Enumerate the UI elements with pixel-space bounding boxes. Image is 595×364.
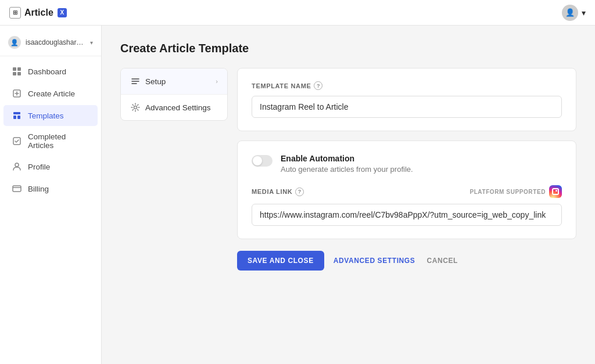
sidebar-avatar: 👤 [8,36,21,49]
sidebar-label-profile: Profile [28,163,50,171]
sub-nav-item-setup[interactable]: Setup › [121,69,227,95]
automation-card: Enable Automation Auto generate articles… [237,140,576,239]
svg-rect-10 [13,186,21,192]
panels: Setup › Advanced Settings [120,68,576,271]
svg-rect-3 [17,72,21,75]
ig-dot [555,190,557,192]
cancel-button[interactable]: CANCEL [424,251,460,271]
user-menu-button[interactable]: 👤 ▾ [562,5,586,21]
ig-inner [552,188,559,195]
sidebar-item-billing[interactable]: Billing [3,178,98,199]
platform-supported-label: PLATFORM SUPPORTED [469,185,562,198]
sidebar-item-create-article[interactable]: Create Article [3,83,98,104]
sidebar-item-dashboard[interactable]: Dashboard [3,61,98,82]
sub-nav-advanced-left: Advanced Settings [130,102,211,113]
sidebar-label-completed-articles: Completed Articles [28,132,89,150]
templates-icon [12,110,22,121]
media-link-label: MEDIA LINK ? [252,188,304,196]
layout: 👤 isaacdouglasharmon... ▾ Dashboard Crea… [0,26,595,364]
sidebar-user-menu[interactable]: 👤 isaacdouglasharmon... ▾ [0,31,101,56]
svg-rect-5 [13,112,20,114]
template-name-help-icon[interactable]: ? [314,81,322,90]
automation-text: Enable Automation Auto generate articles… [281,154,413,174]
sub-nav-setup-left: Setup [130,76,166,87]
toggle-knob [253,156,262,165]
sidebar-item-profile[interactable]: Profile [3,156,98,177]
form-actions: SAVE AND CLOSE ADVANCED SETTINGS CANCEL [237,251,576,271]
svg-rect-2 [13,72,16,75]
automation-desc: Auto generate articles from your profile… [281,165,413,174]
sidebar-user-name: isaacdouglasharmon... [26,38,85,46]
sub-nav: Setup › Advanced Settings [120,68,228,121]
profile-icon [12,161,22,172]
user-avatar: 👤 [562,5,578,21]
create-article-icon [12,88,22,99]
media-link-input[interactable] [252,204,562,226]
sub-nav-item-advanced-settings[interactable]: Advanced Settings [121,95,227,120]
media-link-header: MEDIA LINK ? PLATFORM SUPPORTED [252,185,562,198]
page-title: Create Article Template [120,42,576,55]
sidebar-item-templates[interactable]: Templates [3,105,98,126]
user-chevron-icon: ▾ [582,8,586,17]
logo-x-badge: X [58,8,67,17]
billing-icon [12,183,22,194]
media-link-help-icon[interactable]: ? [295,188,304,196]
template-name-input[interactable] [252,96,562,118]
sidebar: 👤 isaacdouglasharmon... ▾ Dashboard Crea… [0,26,102,364]
sidebar-item-completed-articles[interactable]: Completed Articles [3,127,98,155]
automation-title: Enable Automation [281,154,413,163]
sidebar-label-billing: Billing [28,185,49,193]
svg-point-9 [15,163,19,167]
setup-chevron-icon: › [216,78,218,85]
logo-text: Article [24,8,53,18]
advanced-settings-button[interactable]: ADVANCED SETTINGS [331,251,418,271]
instagram-icon [549,185,562,198]
template-name-card: TEMPLATE NAME ? [237,68,576,131]
template-name-label: TEMPLATE NAME ? [252,81,562,90]
sidebar-label-create-article: Create Article [28,89,75,98]
topbar: ⊞ Article X 👤 ▾ [0,0,595,26]
sidebar-chevron-icon: ▾ [90,39,93,46]
sidebar-label-dashboard: Dashboard [28,67,66,76]
completed-articles-icon [12,136,22,146]
sub-nav-setup-label: Setup [145,77,166,86]
sub-nav-advanced-label: Advanced Settings [145,103,211,112]
app-logo: ⊞ Article X [9,7,67,19]
automation-row: Enable Automation Auto generate articles… [252,154,562,174]
svg-rect-7 [17,116,20,119]
setup-icon [130,76,141,87]
svg-rect-6 [13,116,16,119]
form-panel: TEMPLATE NAME ? Enable Automation [237,68,576,271]
sidebar-label-templates: Templates [28,111,64,120]
grid-icon: ⊞ [9,7,21,19]
svg-rect-0 [13,67,16,71]
advanced-settings-icon [130,102,141,113]
svg-rect-1 [17,67,21,71]
svg-point-11 [134,106,137,109]
page-content: Create Article Template Setup › [102,26,595,287]
automation-toggle[interactable] [252,155,273,167]
main-content: Create Article Template Setup › [102,26,595,364]
save-and-close-button[interactable]: SAVE AND CLOSE [237,251,324,271]
dashboard-icon [12,66,22,77]
